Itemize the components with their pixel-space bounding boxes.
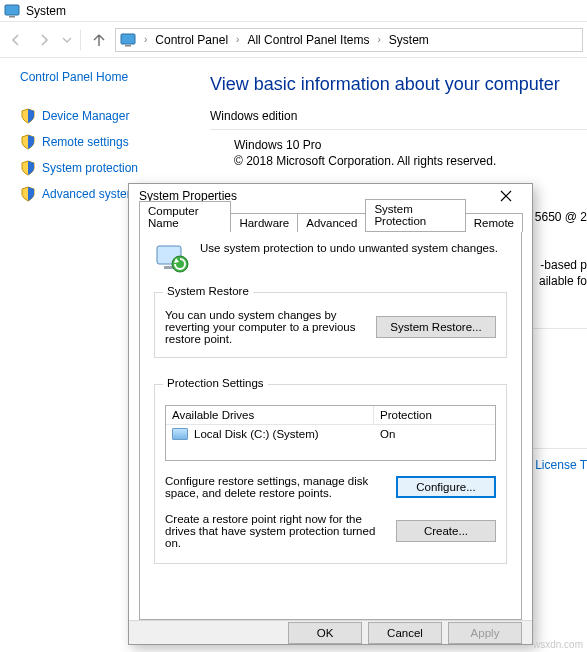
disk-icon bbox=[172, 428, 188, 440]
system-restore-button[interactable]: System Restore... bbox=[376, 316, 496, 338]
button-label: Apply bbox=[471, 627, 500, 639]
breadcrumb-segment[interactable]: System bbox=[385, 29, 433, 51]
sidebar-link-device-manager[interactable]: Device Manager bbox=[20, 108, 202, 124]
configure-description: Configure restore settings, manage disk … bbox=[165, 475, 386, 499]
tab-computer-name[interactable]: Computer Name bbox=[139, 201, 231, 232]
tab-panel-system-protection: Use system protection to undo unwanted s… bbox=[139, 232, 522, 620]
shield-icon bbox=[20, 108, 36, 124]
tab-strip: Computer Name Hardware Advanced System P… bbox=[139, 210, 522, 232]
sidebar-link-label: Remote settings bbox=[42, 135, 129, 149]
divider bbox=[210, 129, 587, 130]
up-button[interactable] bbox=[87, 28, 111, 52]
window-title: System bbox=[26, 4, 66, 18]
tab-advanced[interactable]: Advanced bbox=[297, 213, 366, 232]
sidebar-link-label: Device Manager bbox=[42, 109, 129, 123]
nav-separator bbox=[80, 30, 81, 50]
hero-row: Use system protection to undo unwanted s… bbox=[154, 242, 507, 278]
tab-hardware[interactable]: Hardware bbox=[230, 213, 298, 232]
dialog-body: Computer Name Hardware Advanced System P… bbox=[129, 208, 532, 620]
edition-block: Windows 10 Pro © 2018 Microsoft Corporat… bbox=[210, 138, 587, 168]
group-title: Protection Settings bbox=[163, 377, 268, 389]
group-title: System Restore bbox=[163, 285, 253, 297]
group-protection-settings: Protection Settings Available Drives Pro… bbox=[154, 384, 507, 564]
configure-button[interactable]: Configure... bbox=[396, 476, 496, 498]
sidebar-link-system-protection[interactable]: System protection bbox=[20, 160, 202, 176]
create-description: Create a restore point right now for the… bbox=[165, 513, 386, 549]
edition-name: Windows 10 Pro bbox=[234, 138, 587, 152]
processor-fragment: 5650 @ 2 bbox=[535, 210, 587, 224]
drives-table: Available Drives Protection Local Disk (… bbox=[165, 405, 496, 461]
system-icon bbox=[4, 3, 20, 19]
button-label: Create... bbox=[424, 525, 468, 537]
create-button[interactable]: Create... bbox=[396, 520, 496, 542]
svg-rect-2 bbox=[121, 34, 135, 44]
hero-text: Use system protection to undo unwanted s… bbox=[200, 242, 498, 254]
close-button[interactable] bbox=[486, 184, 526, 208]
svg-rect-3 bbox=[125, 45, 131, 47]
column-header-protection[interactable]: Protection bbox=[374, 406, 495, 424]
restore-description: You can undo system changes by reverting… bbox=[165, 309, 368, 345]
breadcrumb-segment[interactable]: Control Panel bbox=[151, 29, 232, 51]
section-title-edition: Windows edition bbox=[210, 109, 587, 123]
navbar: › Control Panel › All Control Panel Item… bbox=[0, 22, 587, 58]
copyright-text: © 2018 Microsoft Corporation. All rights… bbox=[234, 154, 587, 168]
button-label: OK bbox=[317, 627, 334, 639]
column-header-drives[interactable]: Available Drives bbox=[166, 406, 374, 424]
sidebar-link-label: System protection bbox=[42, 161, 138, 175]
group-system-restore: System Restore You can undo system chang… bbox=[154, 292, 507, 358]
tab-remote[interactable]: Remote bbox=[465, 213, 523, 232]
feature-fragment: -based p bbox=[540, 258, 587, 272]
address-bar[interactable]: › Control Panel › All Control Panel Item… bbox=[115, 28, 583, 52]
feature-fragment: ailable fo bbox=[539, 274, 587, 288]
button-label: Configure... bbox=[416, 481, 475, 493]
drive-name: Local Disk (C:) (System) bbox=[194, 428, 319, 440]
chevron-right-icon[interactable]: › bbox=[373, 34, 384, 45]
sidebar-link-remote-settings[interactable]: Remote settings bbox=[20, 134, 202, 150]
chevron-right-icon[interactable]: › bbox=[140, 34, 151, 45]
svg-rect-0 bbox=[5, 5, 19, 15]
svg-rect-1 bbox=[9, 16, 15, 18]
tab-system-protection[interactable]: System Protection bbox=[365, 199, 465, 231]
chevron-right-icon[interactable]: › bbox=[232, 34, 243, 45]
window-titlebar: System bbox=[0, 0, 587, 22]
breadcrumb-segment[interactable]: All Control Panel Items bbox=[243, 29, 373, 51]
restore-monitor-icon bbox=[154, 242, 190, 278]
apply-button[interactable]: Apply bbox=[448, 622, 522, 644]
shield-icon bbox=[20, 186, 36, 202]
cancel-button[interactable]: Cancel bbox=[368, 622, 442, 644]
ok-button[interactable]: OK bbox=[288, 622, 362, 644]
page-heading: View basic information about your comput… bbox=[210, 74, 587, 95]
recent-dropdown[interactable] bbox=[60, 28, 74, 52]
back-button[interactable] bbox=[4, 28, 28, 52]
drive-protection-status: On bbox=[380, 428, 489, 440]
button-label: System Restore... bbox=[390, 321, 481, 333]
system-properties-dialog: System Properties Computer Name Hardware… bbox=[128, 183, 533, 645]
system-icon bbox=[120, 32, 136, 48]
license-terms-link[interactable]: License T bbox=[535, 458, 587, 472]
dialog-footer: OK Cancel Apply bbox=[129, 620, 532, 644]
shield-icon bbox=[20, 160, 36, 176]
table-row[interactable]: Local Disk (C:) (System) On bbox=[166, 425, 495, 460]
shield-icon bbox=[20, 134, 36, 150]
button-label: Cancel bbox=[387, 627, 423, 639]
forward-button[interactable] bbox=[32, 28, 56, 52]
control-panel-home-link[interactable]: Control Panel Home bbox=[20, 70, 202, 84]
table-header: Available Drives Protection bbox=[166, 406, 495, 425]
